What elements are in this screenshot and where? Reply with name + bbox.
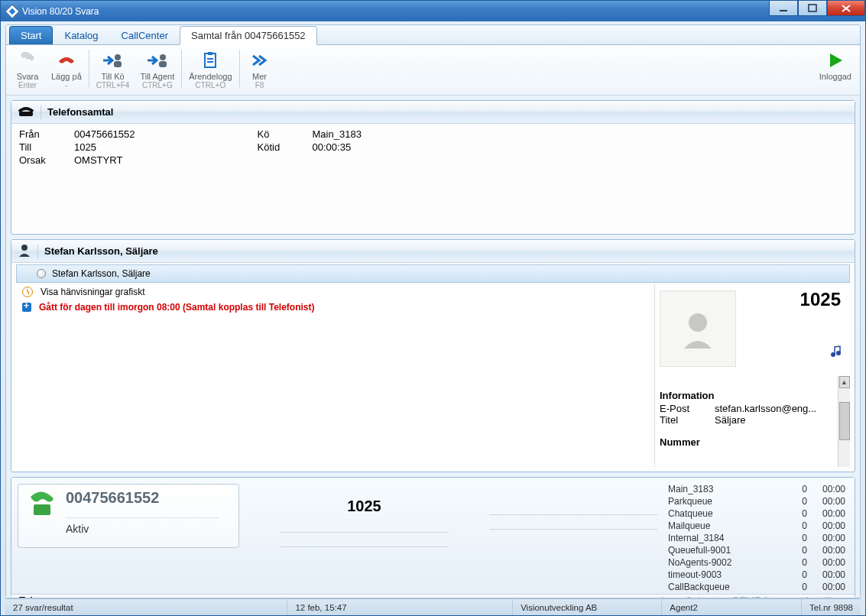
queue-row[interactable]: CallBackqueue000:00 bbox=[665, 582, 848, 594]
queue-row[interactable]: Chatqueue000:00 bbox=[665, 508, 848, 520]
status-results: 27 svar/resultat bbox=[5, 599, 287, 615]
to-queue-icon bbox=[102, 49, 125, 72]
contact-subrow[interactable]: Stefan Karlsson, Säljare bbox=[16, 264, 850, 283]
avatar bbox=[660, 290, 736, 367]
person-icon bbox=[18, 243, 31, 259]
queue-row[interactable]: Main_3183000:00 bbox=[665, 484, 848, 496]
phone-answer-icon bbox=[17, 49, 38, 72]
active-call-card[interactable]: 00475661552 Aktiv bbox=[18, 484, 239, 548]
queue-row[interactable]: timeout-9003000:00 bbox=[665, 569, 848, 582]
to-agent-icon bbox=[146, 49, 169, 72]
ribbon: SvaraEnter Lägg på- Till KöCTRL+F4 Till … bbox=[6, 45, 860, 96]
phone-hangup-icon bbox=[56, 49, 77, 72]
svg-rect-3 bbox=[114, 61, 122, 67]
maximize-button[interactable] bbox=[798, 1, 827, 16]
svg-rect-5 bbox=[159, 61, 167, 67]
window-titlebar: Vision 80/20 Svara bbox=[0, 0, 866, 21]
app-icon bbox=[5, 4, 20, 19]
call-panel-title: Telefonsamtal bbox=[47, 106, 113, 118]
status-company: Visionutveckling AB bbox=[513, 599, 662, 615]
center-extension-block: 1025 bbox=[247, 484, 482, 594]
bottom-panel: 00475661552 Aktiv 1025 Main_3183000:00Pa… bbox=[11, 477, 855, 598]
queue-row[interactable]: Queuefull-9001000:00 bbox=[665, 545, 848, 557]
status-telnr: Tel.nr 9898 bbox=[802, 599, 861, 615]
queue-list[interactable]: Main_3183000:00Parkqueue000:00Chatqueue0… bbox=[665, 484, 848, 594]
contact-extension: 1025 bbox=[800, 289, 841, 310]
svara-button[interactable]: SvaraEnter bbox=[9, 47, 46, 90]
contact-activity-list: Visa hänvisningar grafiskt Gått för dage… bbox=[16, 284, 650, 467]
contact-header: Stefan Karlsson, Säljare bbox=[44, 245, 158, 257]
svg-rect-7 bbox=[208, 52, 212, 55]
svg-point-4 bbox=[160, 54, 166, 60]
tab-samtal[interactable]: Samtal från 00475661552 bbox=[180, 26, 317, 45]
arendelogg-button[interactable]: ÄrendeloggCTRL+O bbox=[183, 47, 237, 90]
clock-icon bbox=[22, 287, 33, 297]
laggpa-button[interactable]: Lägg på- bbox=[46, 47, 87, 90]
contact-info-pane: 1025 Information E-Poststefan.karlsson@e… bbox=[654, 284, 850, 467]
call-to: 1025 bbox=[74, 141, 96, 153]
svg-rect-1 bbox=[809, 5, 816, 11]
svg-rect-6 bbox=[205, 53, 216, 67]
queue-row[interactable]: Mailqueue000:00 bbox=[665, 520, 848, 533]
app-frame: Start Katalog CallCenter Samtal från 004… bbox=[0, 21, 866, 616]
queue-row[interactable]: NoAgents-9002000:00 bbox=[665, 557, 848, 569]
tab-callcenter[interactable]: CallCenter bbox=[110, 26, 180, 44]
callcard-status: Aktiv bbox=[66, 517, 219, 535]
queue-row[interactable]: Internal_3184000:00 bbox=[665, 533, 848, 545]
close-button[interactable] bbox=[827, 1, 865, 16]
svg-point-12 bbox=[689, 313, 707, 332]
contact-panel: Stefan Karlsson, Säljare Stefan Karlsson… bbox=[11, 239, 855, 472]
svg-rect-15 bbox=[34, 504, 50, 515]
tab-start[interactable]: Start bbox=[9, 26, 53, 44]
call-panel: Telefonsamtal Från00475661552 Till1025 O… bbox=[11, 100, 855, 235]
play-icon bbox=[825, 49, 845, 72]
contact-title: Säljare bbox=[715, 414, 745, 426]
call-queue-time: 00:00:35 bbox=[313, 141, 352, 153]
plus-icon bbox=[22, 303, 31, 312]
status-agent: Agent2 bbox=[662, 599, 802, 615]
svg-rect-0 bbox=[780, 10, 787, 11]
music-note-icon[interactable] bbox=[829, 344, 842, 358]
call-queue: Main_3183 bbox=[313, 128, 362, 140]
inloggad-button[interactable]: Inloggad bbox=[814, 47, 857, 82]
status-datetime: 12 feb, 15:47 bbox=[287, 599, 513, 615]
queue-row[interactable]: Parkqueue000:00 bbox=[665, 496, 848, 508]
tab-row: Start Katalog CallCenter Samtal från 004… bbox=[6, 25, 860, 45]
list-item[interactable]: Visa hänvisningar grafiskt bbox=[16, 284, 650, 300]
scroll-up-icon[interactable]: ▲ bbox=[839, 376, 850, 388]
scrollbar[interactable]: ▲ bbox=[838, 376, 850, 467]
tillko-button[interactable]: Till KöCTRL+F4 bbox=[91, 47, 135, 90]
tab-katalog[interactable]: Katalog bbox=[53, 26, 109, 44]
svg-point-2 bbox=[115, 54, 121, 60]
status-bar: 27 svar/resultat 12 feb, 15:47 Visionutv… bbox=[5, 598, 861, 615]
svg-rect-9 bbox=[207, 61, 213, 63]
svg-rect-10 bbox=[19, 112, 33, 116]
mer-button[interactable]: MerF8 bbox=[242, 47, 278, 90]
call-reason: OMSTYRT bbox=[74, 154, 122, 166]
more-icon bbox=[250, 49, 270, 72]
call-from: 00475661552 bbox=[74, 128, 135, 140]
callcard-number: 00475661552 bbox=[66, 489, 219, 507]
tillagent-button[interactable]: Till AgentCTRL+G bbox=[135, 47, 180, 90]
minimize-button[interactable] bbox=[769, 1, 798, 16]
presence-icon bbox=[37, 269, 46, 278]
list-item[interactable]: Gått för dagen till imorgon 08:00 (Samta… bbox=[16, 300, 650, 315]
phone-green-icon bbox=[26, 489, 58, 521]
contact-email[interactable]: stefan.karlsson@eng... bbox=[715, 403, 816, 414]
window-title: Vision 80/20 Svara bbox=[22, 6, 99, 17]
caselog-icon bbox=[200, 49, 220, 72]
phone-icon bbox=[18, 104, 34, 120]
scroll-thumb[interactable] bbox=[839, 402, 850, 440]
svg-rect-8 bbox=[207, 58, 213, 60]
svg-point-11 bbox=[21, 245, 28, 251]
